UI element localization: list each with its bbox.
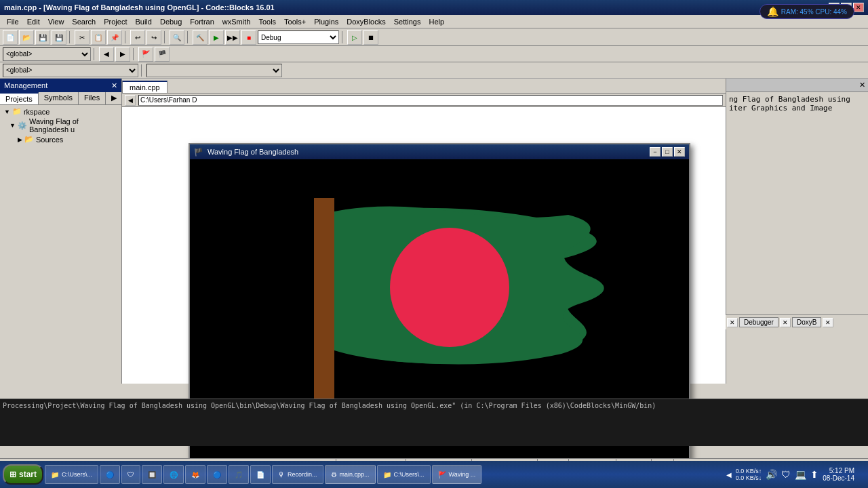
stop-button[interactable]: ■ xyxy=(241,30,256,45)
menu-wxsmith[interactable]: wxSmith xyxy=(218,16,255,27)
bell-icon: 🔔 xyxy=(767,6,778,17)
config-dropdown[interactable]: Debug Release xyxy=(258,30,339,44)
menu-debug[interactable]: Debug xyxy=(156,16,186,27)
taskbar-item-firefox[interactable]: 🦊 xyxy=(185,465,205,484)
right-panel: ✕ ng Flag of Bangladesh using iter Graph… xyxy=(726,79,868,384)
right-close-icon[interactable]: ✕ xyxy=(859,81,865,89)
menu-fortran[interactable]: Fortran xyxy=(186,16,218,27)
ram-label: RAM: 45% CPU: 44% xyxy=(781,8,847,16)
close-doxyb-button[interactable]: ✕ xyxy=(823,318,833,327)
address-input[interactable] xyxy=(138,95,723,106)
copy-button[interactable]: 📋 xyxy=(91,30,106,45)
paste-button[interactable]: 📌 xyxy=(107,30,122,45)
tray-icon-3[interactable]: 💻 xyxy=(795,469,806,480)
flag-circle xyxy=(390,228,509,347)
doxyb-tab[interactable]: DoxyB xyxy=(792,317,821,327)
menu-bar: File Edit View Search Project Build Debu… xyxy=(0,15,868,28)
task5-icon: 🌐 xyxy=(170,471,178,479)
project-item[interactable]: ▼ ⚙️ Waving Flag of Bangladesh u xyxy=(1,117,120,134)
cut-button[interactable]: ✂ xyxy=(75,30,90,45)
taskbar-item-4[interactable]: 🔲 xyxy=(142,465,162,484)
close-panel-icon[interactable]: ✕ xyxy=(111,81,117,90)
save-all-button[interactable]: 💾 xyxy=(52,30,66,45)
opengl-close[interactable]: ✕ xyxy=(674,147,685,157)
opengl-titlebar: 🏴 Waving Flag of Bangladesh − □ ✕ xyxy=(190,144,689,159)
workspace-arrow: ▼ xyxy=(4,108,10,115)
debug-stop-button[interactable]: ⏹ xyxy=(363,30,378,45)
opengl-maximize[interactable]: □ xyxy=(662,147,673,157)
bookmark-button[interactable]: 🚩 xyxy=(138,47,153,62)
toolbar-main: 📄 📂 💾 💾 ✂ 📋 📌 ↩ ↪ 🔍 🔨 ▶ ▶▶ ■ Debug Relea… xyxy=(0,28,868,46)
project-icon: ⚙️ xyxy=(18,121,27,130)
nav-back-button[interactable]: ◀ xyxy=(99,47,114,62)
redo-button[interactable]: ↪ xyxy=(146,30,161,45)
taskbar-item-5[interactable]: 🌐 xyxy=(163,465,184,484)
taskbar-item-recording[interactable]: 🎙 Recordin... xyxy=(272,465,323,484)
codeblocks-label: main.cpp... xyxy=(340,471,370,478)
nav-fwd-button[interactable]: ▶ xyxy=(115,47,130,62)
workspace-label: rkspace xyxy=(24,108,50,116)
class-dropdown[interactable]: <global> xyxy=(3,64,138,77)
tray-icon-4[interactable]: ⬆ xyxy=(810,469,818,480)
menu-edit[interactable]: Edit xyxy=(23,16,44,27)
tab-projects[interactable]: Projects xyxy=(0,92,39,104)
workspace-item[interactable]: ▼ 📁 rkspace xyxy=(1,106,120,117)
taskbar-item-explorer[interactable]: 📁 C:\Users\... xyxy=(45,465,98,484)
close-bottom-button[interactable]: ✕ xyxy=(727,318,738,327)
firefox-icon: 🦊 xyxy=(191,471,199,479)
save-button[interactable]: 💾 xyxy=(35,30,50,45)
addr-back-button[interactable]: ◀ xyxy=(125,95,136,106)
menu-view[interactable]: View xyxy=(44,16,68,27)
taskbar-item-7[interactable]: 🔵 xyxy=(207,465,227,484)
start-button[interactable]: ⊞ start xyxy=(3,464,43,485)
run-button[interactable]: ▶ xyxy=(209,30,224,45)
debug-run-button[interactable]: ▷ xyxy=(347,30,362,45)
tray-icon-2[interactable]: 🛡 xyxy=(781,469,791,480)
bookmark-prev[interactable]: 🏴 xyxy=(155,47,170,62)
close-debugger-button[interactable]: ✕ xyxy=(780,318,791,327)
tray-icon-1[interactable]: 🔊 xyxy=(766,469,777,480)
menu-tools[interactable]: Tools xyxy=(254,16,280,27)
taskbar-item-codeblocks[interactable]: ⚙ main.cpp... xyxy=(325,465,376,484)
search-button[interactable]: 🔍 xyxy=(170,30,184,45)
menu-plugins[interactable]: Plugins xyxy=(310,16,342,27)
clock: 5:12 PM 08-Dec-14 xyxy=(823,467,854,482)
menu-search[interactable]: Search xyxy=(68,16,100,27)
debugger-tab[interactable]: Debugger xyxy=(739,317,778,327)
taskbar-item-folder[interactable]: 📁 C:\Users\... xyxy=(377,465,431,484)
function-dropdown[interactable] xyxy=(146,64,282,77)
close-button[interactable]: ✕ xyxy=(853,3,864,12)
open-button[interactable]: 📂 xyxy=(19,30,34,45)
menu-build[interactable]: Build xyxy=(131,16,155,27)
build-button[interactable]: 🔨 xyxy=(193,30,208,45)
task8-icon: 🎵 xyxy=(235,471,243,479)
tab-files[interactable]: Files xyxy=(79,92,106,104)
tab-nav-right[interactable]: ▶ xyxy=(106,92,122,104)
tray-arrow[interactable]: ◀ xyxy=(726,471,732,479)
build-run-button[interactable]: ▶▶ xyxy=(225,30,240,45)
taskbar-item-8[interactable]: 🎵 xyxy=(229,465,249,484)
menu-doxyblocks[interactable]: DoxyBlocks xyxy=(342,16,389,27)
opengl-minimize[interactable]: − xyxy=(650,147,660,157)
taskbar-item-waving[interactable]: 🚩 Waving ... xyxy=(432,465,482,484)
menu-tools-plus[interactable]: Tools+ xyxy=(280,16,310,27)
folder-icon: 📁 xyxy=(383,471,391,479)
main-titlebar: main.cpp - [Waving Flag of Bangladesh us… xyxy=(0,0,868,15)
taskbar-item-2[interactable]: 🔵 xyxy=(100,465,120,484)
file-tab-main[interactable]: main.cpp xyxy=(122,81,167,93)
scope-dropdown[interactable]: <global> xyxy=(3,47,91,61)
new-file-button[interactable]: 📄 xyxy=(3,30,18,45)
taskbar-item-3[interactable]: 🛡 xyxy=(121,465,140,484)
opengl-controls: − □ ✕ xyxy=(650,147,685,157)
tab-symbols[interactable]: Symbols xyxy=(39,92,79,104)
taskbar-item-9[interactable]: 📄 xyxy=(250,465,271,484)
separator-1 xyxy=(69,31,72,43)
sources-item[interactable]: ▶ 📂 Sources xyxy=(1,134,120,144)
menu-file[interactable]: File xyxy=(3,16,23,27)
task4-icon: 🔲 xyxy=(148,471,156,479)
menu-project[interactable]: Project xyxy=(100,16,131,27)
menu-settings[interactable]: Settings xyxy=(390,16,425,27)
menu-help[interactable]: Help xyxy=(425,16,448,27)
codeblocks-icon: ⚙ xyxy=(331,471,337,479)
undo-button[interactable]: ↩ xyxy=(130,30,145,45)
